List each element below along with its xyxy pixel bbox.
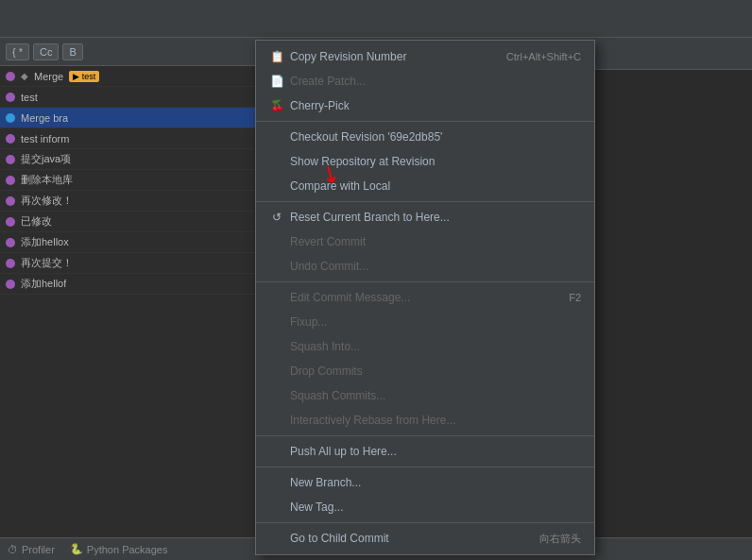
- commit-label: 再次提交！: [21, 256, 73, 270]
- top-toolbar: [0, 0, 752, 38]
- menu-item-shortcut-go-to-child: 向右箭头: [539, 532, 581, 546]
- menu-item-checkout-revision[interactable]: Checkout Revision '69e2db85': [256, 125, 594, 149]
- commit-dot: [6, 72, 15, 81]
- commit-item-selected[interactable]: Merge bra: [0, 108, 259, 128]
- commit-dot: [6, 176, 15, 185]
- profiler-label: Profiler: [22, 544, 55, 555]
- menu-item-icon-spacer: [269, 154, 284, 169]
- menu-item-push-all-up[interactable]: Push All up to Here...: [256, 439, 594, 464]
- menu-item-icon-create-patch: 📄: [269, 74, 284, 89]
- commit-dot: [6, 280, 15, 289]
- menu-item-label-squash-commits: Squash Commits...: [290, 389, 385, 402]
- menu-item-icon-spacer: [269, 364, 284, 379]
- menu-item-undo-commit: Undo Commit...: [256, 254, 594, 279]
- commit-item[interactable]: 已修改: [0, 212, 259, 232]
- menu-separator: [256, 281, 594, 282]
- menu-item-interactively-rebase: Interactively Rebase from Here...: [256, 408, 594, 433]
- commit-item[interactable]: 再次修改！: [0, 191, 259, 212]
- menu-item-label-copy-revision: Copy Revision Number: [290, 50, 406, 63]
- profiler-status-item[interactable]: ⏱ Profiler: [8, 544, 55, 555]
- commit-list: ◆ Merge ▶ test test Merge bra test infor…: [0, 66, 259, 295]
- menu-separator: [256, 435, 594, 436]
- menu-item-icon-reset-branch: ↺: [269, 210, 284, 225]
- menu-item-label-new-branch: New Branch...: [290, 476, 361, 489]
- left-panel: { * Cc B ◆ Merge ▶ test test Merge bra: [0, 38, 260, 537]
- commit-item[interactable]: 再次提交！: [0, 253, 259, 274]
- menu-item-reset-branch[interactable]: ↺Reset Current Branch to Here...: [256, 205, 594, 229]
- menu-item-icon-spacer: [269, 314, 284, 330]
- menu-item-squash-into: Squash Into...: [256, 334, 594, 359]
- menu-item-cherry-pick[interactable]: 🍒Cherry-Pick: [256, 93, 594, 118]
- menu-item-fixup: Fixup...: [256, 310, 594, 334]
- menu-item-icon-spacer: [269, 290, 284, 305]
- toolbar-btn-cc[interactable]: Cc: [33, 43, 59, 60]
- commit-dot: [6, 93, 15, 102]
- menu-item-label-compare-with-local: Compare with Local: [290, 179, 390, 193]
- commit-badge: ▶ test: [69, 71, 99, 82]
- menu-item-show-repository[interactable]: Show Repository at Revision: [256, 149, 594, 174]
- menu-item-new-tag[interactable]: New Tag...: [256, 495, 594, 519]
- profiler-icon: ⏱: [8, 544, 18, 555]
- menu-item-icon-spacer: [269, 234, 284, 249]
- left-panel-toolbar: { * Cc B: [0, 38, 259, 66]
- commit-label: Merge: [34, 71, 63, 82]
- menu-item-icon-spacer: [269, 531, 284, 546]
- commit-label: 添加hellox: [21, 235, 69, 249]
- menu-item-icon-spacer: [269, 500, 284, 515]
- commit-label: 已修改: [21, 214, 52, 229]
- commit-item[interactable]: 添加hellox: [0, 232, 259, 253]
- menu-separator: [256, 121, 594, 122]
- commit-item[interactable]: 提交java项: [0, 149, 259, 170]
- menu-item-icon-spacer: [269, 259, 284, 274]
- menu-item-shortcut-copy-revision: Ctrl+Alt+Shift+C: [506, 51, 581, 62]
- python-packages-status-item[interactable]: 🐍 Python Packages: [70, 543, 168, 555]
- commit-item[interactable]: 添加hellof: [0, 274, 259, 295]
- menu-item-icon-spacer: [269, 444, 284, 459]
- menu-item-copy-revision[interactable]: 📋Copy Revision NumberCtrl+Alt+Shift+C: [256, 44, 594, 69]
- commit-label: 删除本地库: [21, 173, 73, 187]
- toolbar-btn-b[interactable]: B: [62, 43, 82, 60]
- menu-item-squash-commits: Squash Commits...: [256, 383, 594, 408]
- menu-separator: [256, 201, 594, 202]
- menu-item-compare-with-local[interactable]: Compare with Local: [256, 174, 594, 198]
- commit-label: 添加hellof: [21, 277, 66, 291]
- menu-item-label-fixup: Fixup...: [290, 315, 327, 329]
- commit-label: 提交java项: [21, 152, 71, 166]
- menu-item-label-checkout-revision: Checkout Revision '69e2db85': [290, 130, 442, 144]
- menu-item-revert-commit: Revert Commit: [256, 229, 594, 254]
- menu-separator: [256, 467, 594, 467]
- menu-item-label-new-tag: New Tag...: [290, 501, 343, 514]
- commit-dot: [6, 196, 15, 206]
- commit-graph-symbol: ◆: [21, 71, 28, 81]
- commit-dot: [6, 155, 15, 164]
- menu-item-label-go-to-child: Go to Child Commit: [290, 532, 389, 545]
- commit-dot: [6, 259, 15, 268]
- menu-item-label-undo-commit: Undo Commit...: [290, 260, 368, 273]
- commit-label: test inform: [21, 133, 69, 144]
- commit-dot: [6, 113, 15, 123]
- commit-item[interactable]: 删除本地库: [0, 170, 259, 191]
- menu-item-shortcut-edit-commit-message: F2: [569, 292, 581, 303]
- menu-item-go-to-child[interactable]: Go to Child Commit向右箭头: [256, 526, 594, 551]
- menu-item-icon-spacer: [269, 475, 284, 490]
- toolbar-btn-branch[interactable]: { *: [6, 43, 29, 60]
- python-packages-label: Python Packages: [87, 544, 168, 555]
- menu-item-label-create-patch: Create Patch...: [290, 75, 366, 88]
- menu-item-label-interactively-rebase: Interactively Rebase from Here...: [290, 414, 455, 427]
- menu-item-drop-commits: Drop Commits: [256, 359, 594, 383]
- commit-item[interactable]: test inform: [0, 128, 259, 149]
- menu-separator: [256, 522, 594, 523]
- commit-item[interactable]: test: [0, 87, 259, 108]
- menu-item-label-drop-commits: Drop Commits: [290, 365, 363, 378]
- menu-item-label-revert-commit: Revert Commit: [290, 235, 366, 248]
- menu-item-label-push-all-up: Push All up to Here...: [290, 445, 397, 458]
- menu-item-icon-spacer: [269, 413, 284, 428]
- menu-item-icon-spacer: [269, 178, 284, 194]
- commit-dot: [6, 217, 15, 227]
- menu-item-edit-commit-message: Edit Commit Message...F2: [256, 285, 594, 310]
- menu-item-icon-spacer: [269, 339, 284, 354]
- menu-item-icon-cherry-pick: 🍒: [269, 98, 284, 113]
- menu-item-new-branch[interactable]: New Branch...: [256, 470, 594, 495]
- commit-label: Merge bra: [21, 112, 68, 124]
- commit-item[interactable]: ◆ Merge ▶ test: [0, 66, 259, 87]
